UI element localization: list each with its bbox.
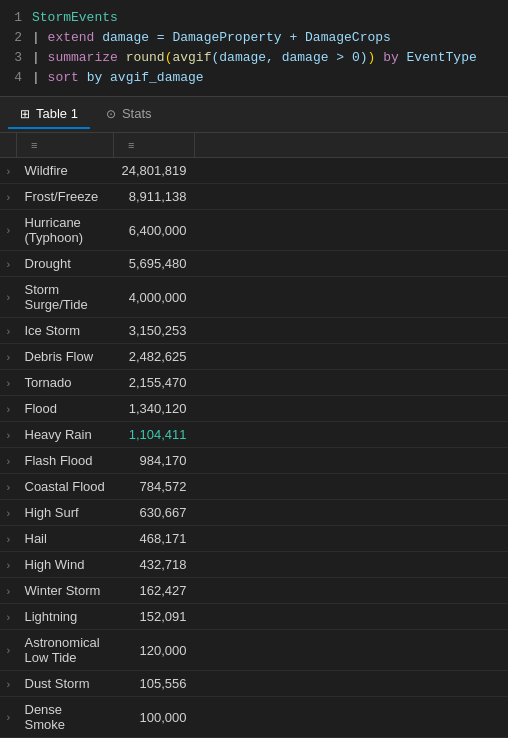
cell-event-type: Astronomical Low Tide (17, 630, 114, 671)
cell-event-type: Storm Surge/Tide (17, 277, 114, 318)
line-code: | extend damage = DamageProperty + Damag… (32, 28, 391, 48)
cell-spacer (195, 526, 509, 552)
table-row[interactable]: ›High Surf630,667 (0, 500, 508, 526)
cell-avgif-value: 5,695,480 (113, 251, 194, 277)
cell-event-type: Lightning (17, 604, 114, 630)
cell-event-type: Drought (17, 251, 114, 277)
table-row[interactable]: ›Dense Smoke100,000 (0, 697, 508, 738)
tab-icon-1: ⊙ (106, 107, 116, 121)
expand-col-header (0, 133, 17, 158)
expand-arrow[interactable]: › (0, 526, 17, 552)
expand-arrow[interactable]: › (0, 184, 17, 210)
expand-arrow[interactable]: › (0, 318, 17, 344)
tabs-bar: ⊞Table 1⊙Stats (0, 97, 508, 133)
cell-avgif-value: 784,572 (113, 474, 194, 500)
col-header-avgif[interactable]: ≡ (113, 133, 194, 158)
code-line-2: 2| extend damage = DamageProperty + Dama… (0, 28, 508, 48)
table-row[interactable]: ›Drought5,695,480 (0, 251, 508, 277)
cell-event-type: Debris Flow (17, 344, 114, 370)
expand-arrow[interactable]: › (0, 396, 17, 422)
code-editor: 1StormEvents2| extend damage = DamagePro… (0, 0, 508, 97)
table-row[interactable]: ›Astronomical Low Tide120,000 (0, 630, 508, 671)
col-menu-icon-event[interactable]: ≡ (31, 139, 37, 151)
table-row[interactable]: ›Winter Storm162,427 (0, 578, 508, 604)
cell-avgif-value: 152,091 (113, 604, 194, 630)
col-menu-icon-avgif[interactable]: ≡ (128, 139, 134, 151)
table-row[interactable]: ›Wildfire24,801,819 (0, 158, 508, 184)
cell-event-type: Coastal Flood (17, 474, 114, 500)
code-line-3: 3| summarize round(avgif(damage, damage … (0, 48, 508, 68)
tab-icon-0: ⊞ (20, 107, 30, 121)
table-row[interactable]: ›Debris Flow2,482,625 (0, 344, 508, 370)
cell-event-type: Winter Storm (17, 578, 114, 604)
expand-arrow[interactable]: › (0, 630, 17, 671)
table-row[interactable]: ›Hurricane (Typhoon)6,400,000 (0, 210, 508, 251)
line-number: 3 (4, 48, 32, 68)
cell-spacer (195, 344, 509, 370)
expand-arrow[interactable]: › (0, 344, 17, 370)
expand-arrow[interactable]: › (0, 210, 17, 251)
line-number: 2 (4, 28, 32, 48)
table-row[interactable]: ›Tornado2,155,470 (0, 370, 508, 396)
expand-arrow[interactable]: › (0, 158, 17, 184)
expand-arrow[interactable]: › (0, 251, 17, 277)
cell-avgif-value: 984,170 (113, 448, 194, 474)
cell-event-type: Hail (17, 526, 114, 552)
expand-arrow[interactable]: › (0, 697, 17, 738)
cell-avgif-value: 3,150,253 (113, 318, 194, 344)
table-row[interactable]: ›Lightning152,091 (0, 604, 508, 630)
expand-arrow[interactable]: › (0, 604, 17, 630)
code-line-4: 4| sort by avgif_damage (0, 68, 508, 88)
data-table: ≡ ≡ ›Wildfire24,801,819›Frost/Freeze8,91… (0, 133, 508, 738)
expand-arrow[interactable]: › (0, 422, 17, 448)
table-row[interactable]: ›Storm Surge/Tide4,000,000 (0, 277, 508, 318)
cell-spacer (195, 630, 509, 671)
cell-spacer (195, 500, 509, 526)
cell-event-type: Frost/Freeze (17, 184, 114, 210)
expand-arrow[interactable]: › (0, 474, 17, 500)
table-row[interactable]: ›Ice Storm3,150,253 (0, 318, 508, 344)
cell-avgif-value: 6,400,000 (113, 210, 194, 251)
table-row[interactable]: ›Heavy Rain1,104,411 (0, 422, 508, 448)
expand-arrow[interactable]: › (0, 277, 17, 318)
expand-arrow[interactable]: › (0, 370, 17, 396)
cell-avgif-value: 24,801,819 (113, 158, 194, 184)
table-row[interactable]: ›High Wind432,718 (0, 552, 508, 578)
table-row[interactable]: ›Flash Flood984,170 (0, 448, 508, 474)
cell-event-type: High Wind (17, 552, 114, 578)
col-spacer-header (195, 133, 509, 158)
line-code: StormEvents (32, 8, 118, 28)
cell-spacer (195, 604, 509, 630)
cell-avgif-value: 1,104,411 (113, 422, 194, 448)
cell-event-type: Dust Storm (17, 671, 114, 697)
cell-spacer (195, 552, 509, 578)
cell-spacer (195, 474, 509, 500)
cell-avgif-value: 2,155,470 (113, 370, 194, 396)
cell-event-type: Tornado (17, 370, 114, 396)
expand-arrow[interactable]: › (0, 500, 17, 526)
table-row[interactable]: ›Coastal Flood784,572 (0, 474, 508, 500)
cell-spacer (195, 697, 509, 738)
expand-arrow[interactable]: › (0, 552, 17, 578)
table-row[interactable]: ›Hail468,171 (0, 526, 508, 552)
table-section: ≡ ≡ ›Wildfire24,801,819›Frost/Freeze8,91… (0, 133, 508, 738)
table-row[interactable]: ›Dust Storm105,556 (0, 671, 508, 697)
cell-avgif-value: 120,000 (113, 630, 194, 671)
cell-avgif-value: 4,000,000 (113, 277, 194, 318)
cell-spacer (195, 671, 509, 697)
line-number: 4 (4, 68, 32, 88)
table-row[interactable]: ›Frost/Freeze8,911,138 (0, 184, 508, 210)
tab-table-1[interactable]: ⊞Table 1 (8, 100, 90, 129)
expand-arrow[interactable]: › (0, 448, 17, 474)
cell-spacer (195, 184, 509, 210)
cell-event-type: Flood (17, 396, 114, 422)
expand-arrow[interactable]: › (0, 578, 17, 604)
cell-spacer (195, 251, 509, 277)
col-header-eventtype[interactable]: ≡ (17, 133, 114, 158)
tab-stats[interactable]: ⊙Stats (94, 100, 164, 129)
cell-event-type: Dense Smoke (17, 697, 114, 738)
cell-spacer (195, 396, 509, 422)
table-row[interactable]: ›Flood1,340,120 (0, 396, 508, 422)
expand-arrow[interactable]: › (0, 671, 17, 697)
cell-avgif-value: 630,667 (113, 500, 194, 526)
